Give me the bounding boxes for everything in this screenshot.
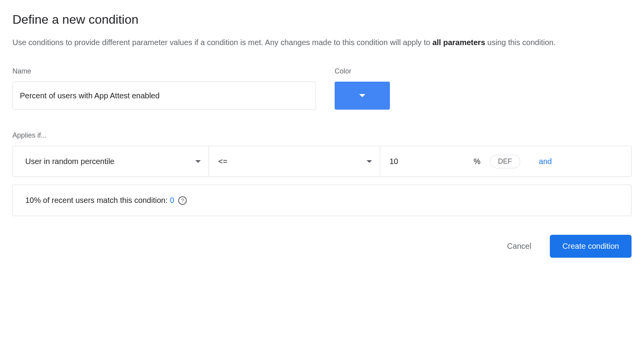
description-bold: all parameters: [432, 38, 485, 47]
match-count: 0: [170, 196, 174, 205]
caret-down-icon: [359, 94, 365, 97]
condition-type-value: User in random percentile: [25, 157, 114, 166]
def-chip[interactable]: DEF: [490, 155, 520, 168]
and-link[interactable]: and: [539, 157, 552, 166]
operator-select[interactable]: <=: [209, 146, 380, 176]
caret-down-icon: [195, 160, 201, 163]
applies-label: Applies if...: [12, 131, 632, 140]
caret-down-icon: [367, 160, 372, 163]
condition-row: User in random percentile <= % DEF and: [12, 146, 632, 177]
page-description: Use conditions to provide different para…: [12, 36, 557, 49]
cancel-button[interactable]: Cancel: [501, 237, 537, 255]
description-text-1: Use conditions to provide different para…: [12, 38, 432, 47]
page-title: Define a new condition: [12, 12, 632, 27]
percent-unit: %: [474, 157, 481, 166]
condition-value-input[interactable]: [380, 146, 474, 176]
match-info-text: 10% of recent users match this condition…: [25, 196, 168, 205]
help-icon[interactable]: ?: [178, 196, 187, 205]
applies-section: Applies if... User in random percentile …: [12, 131, 632, 216]
description-text-2: using this condition.: [485, 38, 556, 47]
color-group: Color: [335, 67, 390, 110]
name-input[interactable]: [12, 82, 316, 110]
condition-type-select[interactable]: User in random percentile: [22, 146, 209, 176]
color-label: Color: [335, 67, 390, 75]
color-picker-button[interactable]: [335, 82, 390, 110]
match-info-box: 10% of recent users match this condition…: [12, 185, 632, 216]
name-group: Name: [12, 67, 316, 110]
operator-value: <=: [218, 157, 227, 166]
dialog-actions: Cancel Create condition: [12, 235, 632, 258]
name-label: Name: [12, 67, 316, 75]
form-row: Name Color: [12, 67, 632, 110]
create-condition-button[interactable]: Create condition: [550, 235, 632, 258]
